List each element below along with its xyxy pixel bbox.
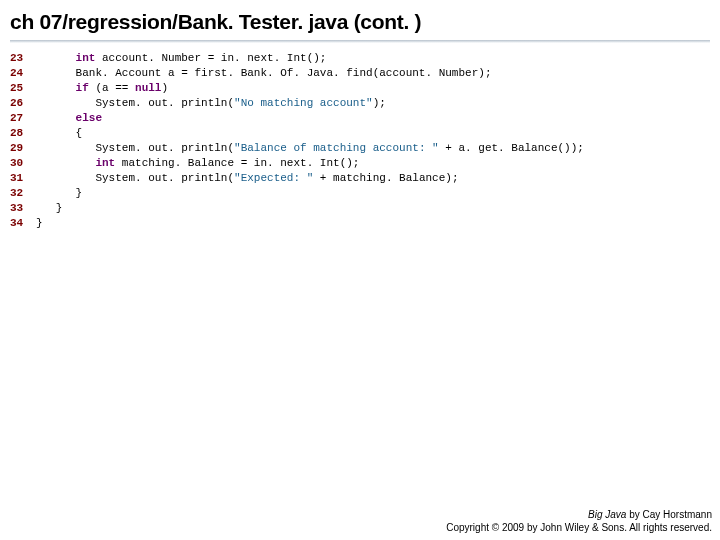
code-line: 29 System. out. println("Balance of matc…: [10, 141, 710, 156]
code-listing: 23 int account. Number = in. next. Int()…: [0, 43, 720, 231]
footer-line-2: Copyright © 2009 by John Wiley & Sons. A…: [446, 521, 712, 534]
book-title: Big Java: [588, 509, 626, 520]
keyword: if: [76, 82, 89, 94]
code-line: 28 {: [10, 126, 710, 141]
line-number: 27: [10, 111, 36, 126]
code-line: 27 else: [10, 111, 710, 126]
code-text: Bank. Account a = first. Bank. Of. Java.…: [76, 67, 492, 79]
code-line: 33 }: [10, 201, 710, 216]
line-number: 26: [10, 96, 36, 111]
string-literal: "Balance of matching account: ": [234, 142, 439, 154]
line-number: 24: [10, 66, 36, 81]
string-literal: "No matching account": [234, 97, 373, 109]
code-text: (a ==: [89, 82, 135, 94]
line-number: 28: [10, 126, 36, 141]
code-line: 23 int account. Number = in. next. Int()…: [10, 51, 710, 66]
keyword: null: [135, 82, 161, 94]
footer-line-1: Big Java by Cay Horstmann: [446, 508, 712, 521]
code-text: + matching. Balance);: [313, 172, 458, 184]
code-line: 24 Bank. Account a = first. Bank. Of. Ja…: [10, 66, 710, 81]
code-text: + a. get. Balance());: [439, 142, 584, 154]
code-line: 30 int matching. Balance = in. next. Int…: [10, 156, 710, 171]
code-text: }: [36, 217, 43, 229]
code-line: 32 }: [10, 186, 710, 201]
line-number: 32: [10, 186, 36, 201]
line-number: 25: [10, 81, 36, 96]
line-number: 33: [10, 201, 36, 216]
line-number: 29: [10, 141, 36, 156]
code-text: account. Number = in. next. Int();: [95, 52, 326, 64]
line-number: 34: [10, 216, 36, 231]
keyword: else: [76, 112, 102, 124]
page-title: ch 07/regression/Bank. Tester. java (con…: [0, 0, 720, 38]
footer: Big Java by Cay Horstmann Copyright © 20…: [446, 508, 712, 534]
code-line: 26 System. out. println("No matching acc…: [10, 96, 710, 111]
code-text: );: [373, 97, 386, 109]
code-text: }: [56, 202, 63, 214]
code-line: 31 System. out. println("Expected: " + m…: [10, 171, 710, 186]
line-number: 23: [10, 51, 36, 66]
code-text: matching. Balance = in. next. Int();: [115, 157, 359, 169]
code-text: {: [76, 127, 83, 139]
keyword: int: [95, 157, 115, 169]
code-line: 34}: [10, 216, 710, 231]
code-text: }: [76, 187, 83, 199]
line-number: 31: [10, 171, 36, 186]
string-literal: "Expected: ": [234, 172, 313, 184]
line-number: 30: [10, 156, 36, 171]
author: by Cay Horstmann: [626, 509, 712, 520]
keyword: int: [76, 52, 96, 64]
code-text: System. out. println(: [95, 172, 234, 184]
code-text: ): [161, 82, 168, 94]
code-text: System. out. println(: [95, 97, 234, 109]
code-text: System. out. println(: [95, 142, 234, 154]
code-line: 25 if (a == null): [10, 81, 710, 96]
